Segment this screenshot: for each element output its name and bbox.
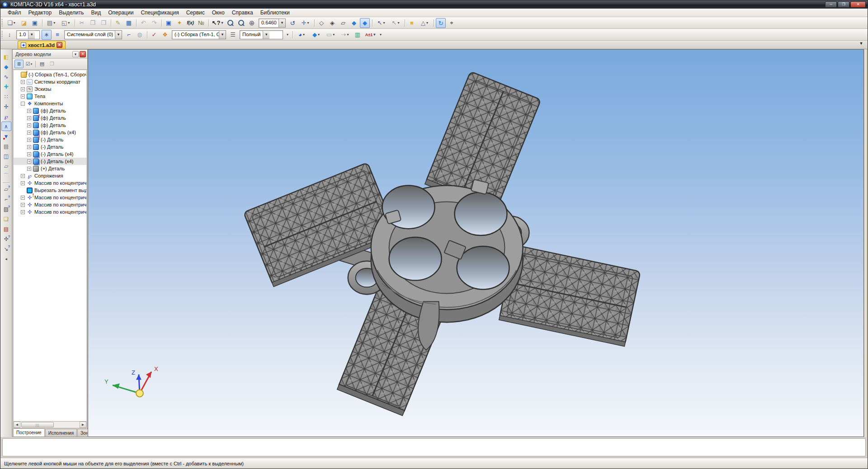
paste-button[interactable]: ❒ (99, 18, 108, 28)
solid-modeling-button[interactable]: ◆ (1, 62, 11, 71)
cut-button[interactable]: ✂ (77, 18, 87, 28)
part-folder-button[interactable]: ❏ (1, 214, 11, 224)
expand-toggle-icon[interactable]: + (21, 174, 25, 178)
tree-item-array[interactable]: + ✣ Массив по концентричес (14, 208, 86, 216)
3d-viewport[interactable]: X Z Y (88, 49, 864, 437)
expand-toggle-icon[interactable]: + (27, 152, 31, 156)
tree-item-array[interactable]: + ✣ Массив по концентричес (14, 179, 86, 187)
isometry-button[interactable]: ■ (407, 18, 417, 28)
expand-toggle-icon[interactable]: + (27, 131, 31, 135)
dimensions-area-button[interactable]: ▥ (353, 30, 363, 40)
menu-operations[interactable]: Операции (104, 9, 137, 16)
display-mode-combo[interactable]: Полный ▼ (240, 30, 283, 39)
step-combo[interactable]: 1.0 ▼ (16, 30, 40, 39)
minimize-button[interactable]: ─ (825, 1, 837, 8)
hoist-library-button[interactable]: ⌖ (447, 18, 457, 28)
open-button[interactable]: ◪ (19, 18, 29, 28)
wireframe-button[interactable]: ◇ (316, 18, 326, 28)
zoom-frame-button[interactable] (225, 18, 235, 28)
check-hatch-button[interactable]: ▨ (1, 204, 11, 214)
tree-item-coordinate-systems[interactable]: + ∟ Системы координат (14, 78, 86, 85)
layer-dropdown-icon[interactable]: ▼ (115, 31, 122, 39)
tree-item-part[interactable]: + (ф) Деталь (14, 122, 86, 129)
unfold-button[interactable]: ▭ (324, 30, 337, 40)
tree-item-part[interactable]: + (ф) Деталь (14, 107, 86, 114)
tolerance-button[interactable]: A±1 (363, 30, 377, 40)
expand-toggle-icon[interactable]: + (27, 123, 31, 127)
copy-properties-button[interactable]: ✎ (113, 18, 123, 28)
menu-service[interactable]: Сервис (183, 9, 208, 16)
expand-toggle-icon[interactable]: + (21, 181, 25, 185)
orbit-rotate-button[interactable]: ↻ (436, 18, 446, 28)
assembly-dropdown-icon[interactable]: ▼ (219, 31, 226, 39)
solid-display-button[interactable]: ◆ (309, 30, 323, 40)
zoom-selected-button[interactable] (236, 18, 246, 28)
aux-geometry-button[interactable]: ✢ (1, 102, 11, 111)
draw-precision-button[interactable]: ✓ (149, 30, 159, 40)
check-plane-button[interactable]: ▱ (1, 184, 11, 194)
surfaces-button[interactable]: ✚ (1, 82, 11, 91)
window-list-dropdown-icon[interactable]: ▼ (857, 41, 866, 48)
refresh-image-button[interactable]: ↺ (288, 18, 297, 28)
scroll-right-icon[interactable]: ▶ (80, 422, 86, 428)
expand-toggle-icon[interactable]: + (21, 94, 25, 98)
frame-button[interactable]: ◫ (1, 151, 11, 161)
tree-item-cut-extrude[interactable]: Вырезать элемент выдавл (14, 187, 86, 194)
bend-button[interactable]: ⌒ (1, 171, 11, 181)
spline-button[interactable]: ∿ (1, 72, 11, 81)
scale-dropdown-icon[interactable]: ▼ (278, 19, 285, 27)
check-arrow-button[interactable]: ↘ (1, 244, 11, 253)
tree-item-part[interactable]: + (-) Деталь (14, 143, 86, 150)
expand-toggle-icon[interactable]: + (21, 87, 25, 91)
expand-toggle-icon[interactable]: + (27, 167, 31, 171)
display-more-button[interactable]: ▾ (285, 30, 290, 40)
tree-item-part[interactable]: + (-) Деталь (14, 136, 86, 143)
tree-composition-button[interactable]: ☑ (24, 60, 33, 68)
fx-button[interactable]: f(x) (185, 18, 195, 28)
mates-button[interactable]: ℘ (1, 112, 11, 121)
print-part-button[interactable]: ▤ (1, 224, 11, 234)
local-csys-button[interactable]: ⌐ (124, 30, 134, 40)
measure-button[interactable]: ∧ (1, 122, 11, 131)
expand-toggle-icon[interactable]: + (27, 116, 31, 120)
step-dropdown-icon[interactable]: ▼ (28, 31, 35, 39)
shaded-button[interactable]: ◆ (349, 18, 359, 28)
scroll-left-icon[interactable]: ◀ (14, 422, 20, 428)
zoom-in-button[interactable]: ⊕ (247, 18, 257, 28)
globe-button[interactable]: ◍ (135, 30, 145, 40)
check-array-button[interactable]: ✣ (1, 234, 11, 244)
edit-part-button[interactable]: ◧ (1, 52, 11, 61)
select-body-button[interactable]: ↖ (389, 18, 402, 28)
tree-horizontal-scrollbar[interactable]: ◀ ||| ▶ (13, 422, 87, 428)
print-button[interactable]: ▤ (44, 18, 58, 28)
undo-button[interactable]: ↶ (138, 18, 148, 28)
orientation-button[interactable]: △ (418, 18, 431, 28)
tree-doc-button[interactable]: ▤ (38, 60, 47, 68)
assembly-context-combo[interactable]: (-) Сборка (Тел-1, С ▼ (172, 30, 226, 39)
tree-item-assembly-root[interactable]: (-) Сборка (Тел-1, Сборочных е (14, 71, 86, 78)
menu-libraries[interactable]: Библиотеки (257, 9, 293, 16)
tree-item-part[interactable]: + (-) Деталь (x4) (14, 150, 86, 158)
expand-toggle-icon[interactable]: - (21, 102, 25, 106)
check-corner-button[interactable]: ⌐ (1, 194, 11, 204)
expand-toggle-icon[interactable]: + (27, 159, 31, 164)
tree-relations-button[interactable]: ❐ (47, 60, 57, 68)
report-button[interactable]: ▤ (1, 141, 11, 151)
scrollbar-thumb[interactable]: ||| (21, 422, 54, 427)
variables-button[interactable]: ▣ (164, 18, 174, 28)
layer-combo[interactable]: Системный слой (0) ▼ (64, 30, 122, 39)
panel-close-icon[interactable]: ✕ (80, 51, 86, 57)
section-view-button[interactable]: ◕ (295, 30, 308, 40)
layers-button[interactable]: ≡ (52, 30, 62, 40)
tree-item-part[interactable]: + (-) Деталь (x4) (14, 158, 86, 165)
tree-item-bodies[interactable]: + Тела (14, 93, 86, 100)
close-button[interactable]: ✕ (850, 1, 866, 8)
copy-button[interactable]: ❐ (88, 18, 98, 28)
shaded-edges-button[interactable]: ◆ (360, 18, 370, 28)
tree-item-part[interactable]: + (+) Деталь (14, 165, 86, 172)
tree-item-part[interactable]: + (ф) Деталь (x4) (14, 129, 86, 136)
menu-help[interactable]: Справка (228, 9, 257, 16)
expand-toggle-icon[interactable]: + (21, 203, 25, 207)
assembly-context-icon[interactable]: ❖ (160, 30, 170, 40)
menu-specification[interactable]: Спецификация (137, 9, 182, 16)
